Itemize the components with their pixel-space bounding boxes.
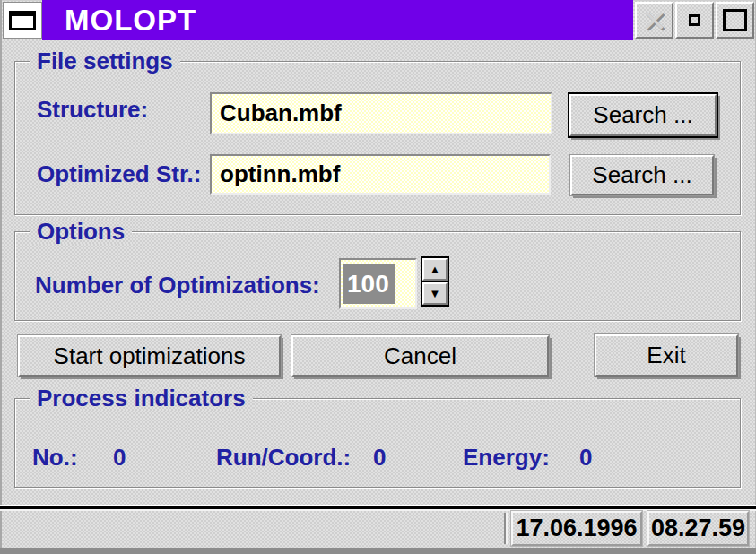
file-settings-group: File settings Structure: Search ... Opti… — [14, 61, 741, 215]
optimized-str-input[interactable] — [210, 154, 551, 195]
cancel-button[interactable]: Cancel — [291, 335, 549, 377]
number-spinner: ▲ ▼ — [421, 256, 449, 307]
exit-button[interactable]: Exit — [595, 334, 738, 377]
minimize-icon — [689, 14, 700, 26]
process-indicators-legend: Process indicators — [30, 385, 253, 411]
options-group: Options Number of Optimizations: 100 ▲ ▼ — [14, 231, 741, 321]
structure-label: Structure: — [37, 96, 148, 124]
spin-down-icon: ▼ — [430, 288, 441, 299]
optimized-str-label: Optimized Str.: — [37, 160, 201, 188]
spin-down-wrap: ▼ — [421, 281, 449, 307]
close-icon: ✕ — [641, 5, 667, 36]
system-menu-button[interactable] — [3, 2, 42, 39]
energy-value: 0 — [579, 444, 592, 472]
number-of-optimizations-label: Number of Optimizations: — [35, 272, 320, 299]
titlebar-fill: MOLOPT — [42, 0, 633, 40]
spin-up-icon: ▲ — [430, 264, 441, 275]
molopt-window: MOLOPT ✕ File settings Structure: Search… — [0, 0, 756, 554]
titlebar: MOLOPT ✕ — [0, 0, 756, 40]
maximize-icon — [723, 9, 747, 31]
no-value: 0 — [113, 444, 126, 472]
statusbar-divider — [504, 513, 508, 544]
spin-up-wrap: ▲ — [421, 256, 449, 282]
search-optimized-button[interactable]: Search ... — [570, 155, 714, 195]
run-coord-label: Run/Coord.: — [216, 444, 351, 472]
search-structure-button[interactable]: Search ... — [569, 94, 717, 136]
window-menu-icon — [9, 11, 36, 30]
no-label: No.: — [32, 444, 78, 472]
time-panel: 08.27.59 — [647, 511, 749, 546]
start-optimizations-button[interactable]: Start optimizations — [18, 335, 281, 377]
date-panel: 17.06.1996 — [511, 511, 642, 546]
close-button[interactable]: ✕ — [635, 2, 673, 39]
energy-label: Energy: — [463, 444, 550, 472]
statusbar-separator — [0, 505, 756, 511]
maximize-button[interactable] — [716, 2, 754, 39]
options-legend: Options — [30, 219, 132, 244]
number-value-selected: 100 — [343, 264, 395, 304]
structure-input[interactable] — [210, 92, 552, 134]
minimize-button[interactable] — [675, 2, 714, 39]
process-indicators-group: Process indicators No.: 0 Run/Coord.: 0 … — [14, 398, 741, 488]
window-title: MOLOPT — [42, 4, 196, 38]
spin-down-button[interactable]: ▼ — [422, 282, 448, 305]
number-of-optimizations-input[interactable]: 100 — [339, 258, 417, 309]
window-bottom-edge — [0, 548, 756, 554]
run-coord-value: 0 — [373, 444, 386, 472]
file-settings-legend: File settings — [30, 48, 180, 74]
spin-up-button[interactable]: ▲ — [422, 258, 448, 281]
